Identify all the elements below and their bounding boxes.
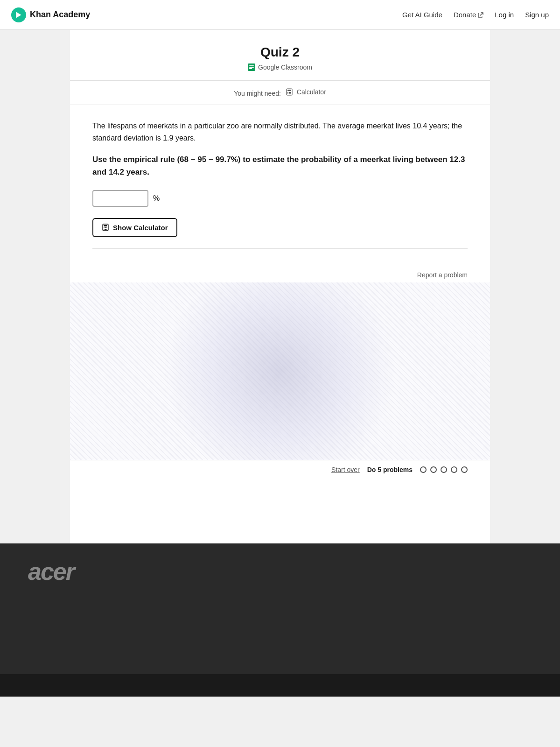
svg-rect-19	[105, 229, 106, 230]
svg-rect-3	[249, 67, 254, 68]
svg-rect-11	[289, 93, 290, 94]
laptop-bezel: acer	[0, 543, 560, 674]
bottom-bar: Start over Do 5 problems	[70, 460, 490, 479]
show-calculator-button[interactable]: Show Calculator	[92, 218, 177, 237]
svg-rect-8	[289, 92, 290, 93]
progress-dot-5	[461, 466, 468, 473]
do-5-problems-label[interactable]: Do 5 problems	[367, 466, 413, 473]
svg-rect-9	[290, 92, 291, 93]
progress-dots	[420, 466, 468, 473]
progress-dot-4	[451, 466, 457, 473]
answer-row: %	[92, 190, 468, 207]
you-might-need-bar: You might need: Calculator	[70, 81, 490, 105]
start-over-link[interactable]: Start over	[331, 466, 360, 473]
svg-rect-12	[290, 93, 291, 94]
signup-link[interactable]: Sign up	[525, 11, 549, 19]
divider	[92, 248, 468, 249]
svg-rect-18	[104, 229, 105, 230]
svg-rect-4	[249, 68, 252, 69]
quiz-header: Quiz 2 Google Classroom	[70, 30, 490, 81]
brand-name: Khan Academy	[30, 10, 90, 20]
blurred-content-area	[70, 282, 490, 460]
nav-links: Get AI Guide Donate Log in Sign up	[402, 11, 549, 19]
svg-rect-6	[287, 90, 291, 91]
taskbar	[0, 674, 560, 697]
brand-logo-icon	[11, 7, 26, 22]
navbar: Khan Academy Get AI Guide Donate Log in …	[0, 0, 560, 30]
main-content: Quiz 2 Google Classroom You might need:	[70, 30, 490, 543]
calculator-icon	[286, 88, 293, 96]
calculator-link[interactable]: Calculator	[283, 88, 326, 96]
svg-rect-14	[104, 225, 107, 226]
calculator-label: Calculator	[297, 88, 326, 96]
you-might-need-label: You might need:	[234, 90, 281, 97]
acer-brand-logo: acer	[28, 557, 74, 585]
progress-dot-3	[441, 466, 447, 473]
calc-btn-icon	[102, 224, 109, 231]
google-classroom-label: Google Classroom	[258, 63, 312, 71]
report-row: Report a problem	[70, 268, 490, 282]
progress-dot-2	[430, 466, 437, 473]
show-calculator-label: Show Calculator	[113, 224, 168, 232]
svg-rect-17	[106, 227, 107, 228]
google-classroom-icon	[248, 63, 255, 71]
brand-link[interactable]: Khan Academy	[11, 7, 90, 22]
svg-rect-2	[249, 65, 254, 66]
external-link-icon	[478, 12, 483, 18]
percent-sign: %	[153, 194, 160, 203]
progress-dot-1	[420, 466, 427, 473]
question-text-part1: The lifespans of meerkats in a particula…	[92, 120, 468, 144]
svg-rect-7	[287, 92, 288, 93]
svg-rect-20	[106, 229, 107, 230]
report-problem-link[interactable]: Report a problem	[417, 271, 468, 279]
google-classroom-link[interactable]: Google Classroom	[248, 63, 312, 71]
answer-input[interactable]	[92, 190, 148, 207]
svg-rect-10	[287, 93, 288, 94]
question-area: The lifespans of meerkats in a particula…	[70, 105, 490, 268]
quiz-title: Quiz 2	[70, 45, 490, 60]
get-ai-guide-link[interactable]: Get AI Guide	[402, 11, 442, 19]
donate-link[interactable]: Donate	[454, 11, 483, 19]
svg-rect-15	[104, 227, 105, 228]
svg-rect-16	[105, 227, 106, 228]
login-link[interactable]: Log in	[495, 11, 514, 19]
question-text-part2: Use the empirical rule (68 − 95 − 99.7%)…	[92, 153, 468, 178]
